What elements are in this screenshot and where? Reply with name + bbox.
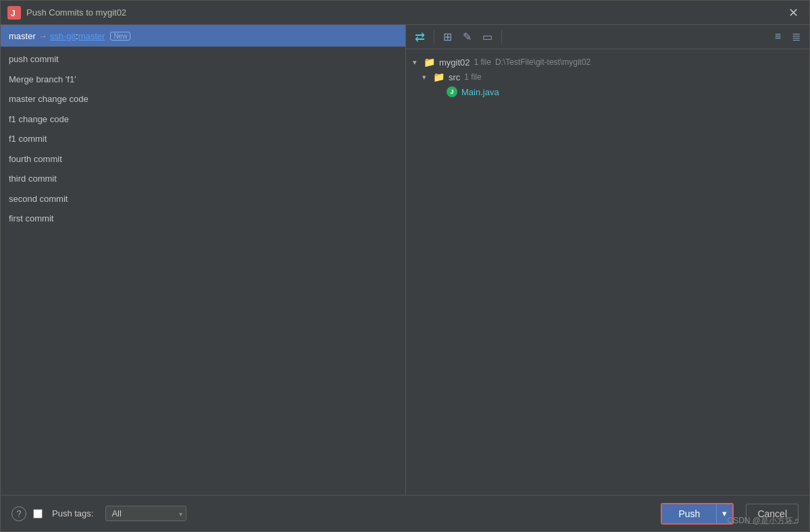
branch-from: master [9,31,36,41]
branch-to-link[interactable]: master [78,31,105,41]
chevron-down-icon: ▾ [422,73,430,82]
right-panel: ⇄ ⊞ ✎ ▭ ≡ ≣ ▾ 📁 mygit02 1 file [406,25,809,495]
tree-file-item[interactable]: ▾ J Main.java [409,84,807,99]
tree-root-item[interactable]: ▾ 📁 mygit02 1 file D:\TestFile\git-test\… [409,55,807,70]
commit-item[interactable]: first commit [1,209,405,229]
push-button[interactable]: Push [662,504,716,523]
main-content: master → ssh-git : master New push commi… [1,25,809,495]
edit-icon[interactable]: ✎ [459,28,475,45]
commit-item[interactable]: master change code [1,89,405,109]
commit-item[interactable]: second commit [1,189,405,209]
branch-row: master → ssh-git : master New [1,25,405,47]
app-icon: J [7,6,21,20]
folder-icon: 📁 [424,57,435,68]
commits-list: push commit Merge branch 'f1' master cha… [1,47,405,495]
commit-item[interactable]: third commit [1,169,405,189]
remote-link[interactable]: ssh-git [50,31,76,41]
title-bar: J Push Commits to mygit02 ✕ [1,1,809,25]
tags-select[interactable]: All None [105,506,186,521]
file-tree: ▾ 📁 mygit02 1 file D:\TestFile\git-test\… [406,49,809,495]
commit-item[interactable]: Merge branch 'f1' [1,70,405,90]
java-file-name: Main.java [461,87,499,97]
push-tags-checkbox[interactable] [33,509,43,518]
help-button[interactable]: ? [11,506,26,521]
svg-text:J: J [11,9,16,18]
toolbar-separator-2 [501,30,502,44]
toolbar-separator [434,30,434,44]
right-toolbar: ⇄ ⊞ ✎ ▭ ≡ ≣ [406,25,809,49]
commit-item[interactable]: fourth commit [1,149,405,169]
src-folder-icon: 📁 [433,72,445,82]
bottom-bar: ? Push tags: All None ▾ Push ▾ Cancel [1,495,809,531]
commit-item[interactable]: f1 change code [1,109,405,130]
root-folder-name: mygit02 [439,57,470,68]
push-commits-window: J Push Commits to mygit02 ✕ master → ssh… [0,0,810,532]
new-badge: New [110,32,130,41]
src-folder-name: src [449,72,460,82]
branch-arrow: → [39,31,47,41]
collapse-icon[interactable]: ≡ [771,28,784,45]
java-file-icon: J [447,86,457,97]
expand-icon[interactable]: ≣ [788,28,804,45]
push-dropdown-button[interactable]: ▾ [716,504,732,523]
root-file-count: 1 file [474,57,491,67]
window-title: Push Commits to mygit02 [26,7,784,18]
tree-src-item[interactable]: ▾ 📁 src 1 file [409,70,807,84]
cancel-button[interactable]: Cancel [746,504,799,524]
toolbar-right: ≡ ≣ [771,28,804,45]
push-button-group: Push ▾ [661,503,734,525]
swap-icon[interactable]: ⇄ [411,28,428,47]
commit-item[interactable]: push commit [1,49,405,70]
root-path: D:\TestFile\git-test\mygit02 [495,57,590,67]
src-file-count: 1 file [464,72,481,82]
left-panel: master → ssh-git : master New push commi… [1,25,406,495]
grid-icon[interactable]: ⊞ [440,28,455,45]
commit-item[interactable]: f1 commit [1,129,405,149]
view-icon[interactable]: ▭ [479,28,496,45]
chevron-down-icon: ▾ [413,58,421,67]
tags-select-wrapper: All None ▾ [105,506,186,521]
push-tags-label: Push tags: [52,508,93,518]
close-button[interactable]: ✕ [784,4,803,22]
